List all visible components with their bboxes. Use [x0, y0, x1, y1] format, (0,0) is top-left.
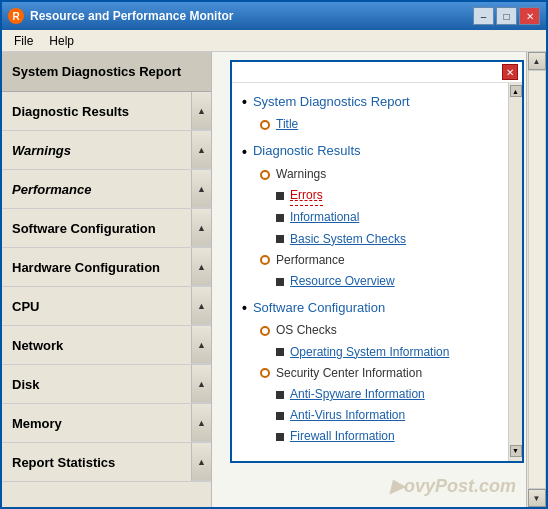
tree-link-os-info[interactable]: Operating System Information	[290, 343, 449, 362]
tree-item-software-cfg: • Software Configuration	[242, 297, 498, 319]
sidebar-expand-hardware[interactable]: ▲	[191, 248, 211, 286]
tree-sub-os-checks: OS Checks	[260, 321, 498, 340]
tree-sub3-informational: Informational	[276, 208, 498, 227]
sidebar-label-diagnostic: Diagnostic Results	[12, 104, 129, 119]
tree-link-basic-sys[interactable]: Basic System Checks	[290, 230, 406, 249]
sidebar-label-disk: Disk	[12, 377, 39, 392]
sidebar-expand-network[interactable]: ▲	[191, 326, 211, 364]
sidebar-label-warnings: Warnings	[12, 143, 71, 158]
sidebar-expand-disk[interactable]: ▲	[191, 365, 211, 403]
sidebar-row-performance: Performance ▲	[2, 170, 211, 209]
sidebar-item-software-config[interactable]: Software Configuration	[2, 209, 191, 247]
tree-label-diag-results: Diagnostic Results	[253, 141, 361, 162]
square-icon-resource	[276, 278, 284, 286]
bullet-diag-results: •	[242, 141, 247, 163]
tree-item-diag-results: • Diagnostic Results	[242, 141, 498, 163]
square-icon-antispyware	[276, 391, 284, 399]
bullet-system-diag: •	[242, 91, 247, 113]
menu-bar: File Help	[2, 30, 546, 52]
window-title: Resource and Performance Monitor	[30, 9, 473, 23]
tree-sub3-firewall: Firewall Information	[276, 427, 498, 446]
tree-link-antivirus[interactable]: Anti-Virus Information	[290, 406, 405, 425]
menu-help[interactable]: Help	[41, 32, 82, 50]
tree-sub-warnings: Warnings	[260, 165, 498, 184]
tree-sub3-os-info: Operating System Information	[276, 343, 498, 362]
sidebar-item-cpu[interactable]: CPU	[2, 287, 191, 325]
circle-icon-os-checks	[260, 326, 270, 336]
square-icon-antivirus	[276, 412, 284, 420]
popup-scroll-track	[510, 99, 522, 445]
main-window: R Resource and Performance Monitor – □ ✕…	[0, 0, 548, 509]
tree-label-performance-sub: Performance	[276, 251, 345, 270]
close-button[interactable]: ✕	[519, 7, 540, 25]
popup-inner: • System Diagnostics Report Title •	[232, 83, 522, 461]
sidebar-row-disk: Disk ▲	[2, 365, 211, 404]
sidebar-row-diagnostic: Diagnostic Results ▲	[2, 92, 211, 131]
sidebar-row-cpu: CPU ▲	[2, 287, 211, 326]
popup-scroll-down[interactable]: ▼	[510, 445, 522, 457]
sidebar-row-memory: Memory ▲	[2, 404, 211, 443]
circle-icon-warnings	[260, 170, 270, 180]
tree-section-system-diag: • System Diagnostics Report Title	[242, 91, 498, 135]
sidebar-expand-diagnostic[interactable]: ▲	[191, 92, 211, 130]
sidebar-label-software: Software Configuration	[12, 221, 156, 236]
sidebar-label-report-stats: Report Statistics	[12, 455, 115, 470]
sidebar-label-hardware: Hardware Configuration	[12, 260, 160, 275]
sidebar-item-network[interactable]: Network	[2, 326, 191, 364]
tree-popup: ✕ • System Diagnostics Report Titl	[230, 60, 524, 463]
sidebar-item-hardware-config[interactable]: Hardware Configuration	[2, 248, 191, 286]
popup-tree-content[interactable]: • System Diagnostics Report Title •	[232, 83, 508, 461]
tree-link-resource-overview[interactable]: Resource Overview	[290, 272, 395, 291]
tree-link-antispyware[interactable]: Anti-Spyware Information	[290, 385, 425, 404]
square-icon-errors	[276, 192, 284, 200]
tree-link-firewall[interactable]: Firewall Information	[290, 427, 395, 446]
sidebar-expand-software[interactable]: ▲	[191, 209, 211, 247]
sidebar-item-performance[interactable]: Performance	[2, 170, 191, 208]
square-icon-informational	[276, 214, 284, 222]
sidebar-item-report-stats[interactable]: Report Statistics	[2, 443, 191, 481]
sidebar-expand-performance[interactable]: ▲	[191, 170, 211, 208]
circle-icon-title	[260, 120, 270, 130]
right-scroll-up[interactable]: ▲	[528, 52, 546, 70]
right-scroll-track	[528, 70, 546, 489]
right-scrollbar: ▲ ▼	[526, 52, 546, 507]
popup-scroll-up[interactable]: ▲	[510, 85, 522, 97]
tree-sub3-basic-sys: Basic System Checks	[276, 230, 498, 249]
tree-sub3-resource: Resource Overview	[276, 272, 498, 291]
tree-section-diag-results: • Diagnostic Results Warnings	[242, 141, 498, 292]
sidebar-expand-report-stats[interactable]: ▲	[191, 443, 211, 481]
tree-link-title[interactable]: Title	[276, 115, 298, 134]
sidebar-item-memory[interactable]: Memory	[2, 404, 191, 442]
sidebar-item-warnings[interactable]: Warnings	[2, 131, 191, 169]
sidebar-item-diagnostic-results[interactable]: Diagnostic Results	[2, 92, 191, 130]
tree-link-errors[interactable]: Errors	[290, 186, 323, 206]
circle-icon-security-center	[260, 368, 270, 378]
right-scroll-down[interactable]: ▼	[528, 489, 546, 507]
bullet-software-cfg: •	[242, 297, 247, 319]
sidebar-row-network: Network ▲	[2, 326, 211, 365]
main-content: System Diagnostics Report Diagnostic Res…	[2, 52, 546, 507]
tree-label-system-diag: System Diagnostics Report	[253, 92, 410, 113]
tree-label-security-center: Security Center Information	[276, 364, 422, 383]
minimize-button[interactable]: –	[473, 7, 494, 25]
popup-close-button[interactable]: ✕	[502, 64, 518, 80]
sidebar-item-disk[interactable]: Disk	[2, 365, 191, 403]
square-icon-basic-sys	[276, 235, 284, 243]
sidebar-label-performance: Performance	[12, 182, 91, 197]
sidebar-label-memory: Memory	[12, 416, 62, 431]
maximize-button[interactable]: □	[496, 7, 517, 25]
sidebar-expand-cpu[interactable]: ▲	[191, 287, 211, 325]
sidebar-expand-warnings[interactable]: ▲	[191, 131, 211, 169]
title-bar: R Resource and Performance Monitor – □ ✕	[2, 2, 546, 30]
sidebar-header: System Diagnostics Report	[2, 52, 211, 92]
sidebar-row-warnings: Warnings ▲	[2, 131, 211, 170]
tree-section-software-cfg: • Software Configuration OS Checks Opera…	[242, 297, 498, 447]
sidebar-expand-memory[interactable]: ▲	[191, 404, 211, 442]
tree-link-informational[interactable]: Informational	[290, 208, 359, 227]
tree-label-warnings-sub: Warnings	[276, 165, 326, 184]
square-icon-os-info	[276, 348, 284, 356]
circle-icon-performance	[260, 255, 270, 265]
tree-sub-security-center: Security Center Information	[260, 364, 498, 383]
sidebar-row-software: Software Configuration ▲	[2, 209, 211, 248]
menu-file[interactable]: File	[6, 32, 41, 50]
